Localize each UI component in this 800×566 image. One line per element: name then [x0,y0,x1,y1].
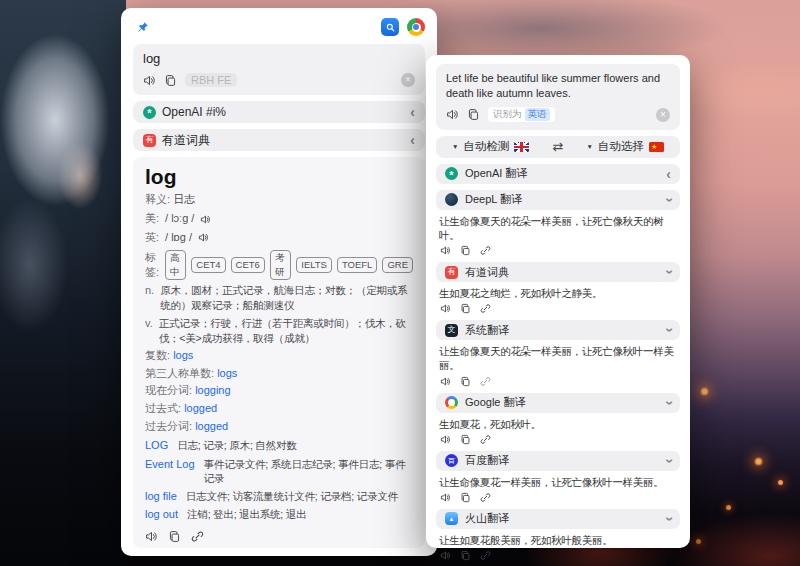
play-uk-audio-button[interactable] [198,232,209,243]
chevron-down-icon[interactable]: ‹ [662,270,676,275]
section-header-youdao[interactable]: 有 有道词典 ‹ [133,129,425,151]
chevron-left-icon[interactable]: ‹ [666,167,671,181]
copy-icon [460,550,471,561]
chevron-down-icon[interactable]: ‹ [662,328,676,333]
exam-tag: 高中 [165,250,186,280]
dictionary-window: log RBH FE × * OpenAI #i% ‹ 有 有道词典 ‹ [121,8,437,556]
us-label: 美: [145,211,159,227]
play-translation-audio-button[interactable] [440,550,451,561]
open-link-button[interactable] [480,434,491,445]
uk-phonetic-row: 英: / lɒg / [145,230,413,246]
copy-translation-button[interactable] [460,376,471,387]
play-translation-audio-button[interactable] [440,303,451,314]
to-language-button[interactable]: ▼ 自动选择 ★ [587,139,664,154]
deepl-icon [445,193,458,206]
translation-text: 让生如夏花般美丽，死如秋叶般美丽。 [439,533,677,547]
service-deepl: DeepL 翻译 ‹ 让生命像夏天的花朵一样美丽，让死亡像秋天的树叶。 [436,190,680,256]
play-result-audio-button[interactable] [145,530,158,543]
pin-button[interactable] [133,18,151,36]
section-header-openai[interactable]: * OpenAI #i% ‹ [133,101,425,123]
speaker-icon [440,492,451,503]
service-result: 让生命像夏花一样美丽，让死亡像秋叶一样美丽。 [436,471,680,503]
chevron-down-icon[interactable]: ‹ [662,458,676,463]
open-link-button[interactable] [480,376,491,387]
service-header[interactable]: ▲ 火山翻译 ‹ [436,509,680,529]
service-system: 文 系统翻译 ‹ 让生命像夏天的花朵一样美丽，让死亡像秋叶一样美丽。 [436,320,680,386]
play-translation-audio-button[interactable] [440,492,451,503]
play-query-audio-button[interactable] [143,74,156,87]
open-link-button[interactable] [480,303,491,314]
word-form-link[interactable]: logs [217,367,237,379]
play-translation-audio-button[interactable] [440,376,451,387]
copy-translation-button[interactable] [460,550,471,561]
paraphrase-row: 释义: 日志 [145,192,413,208]
copy-translation-button[interactable] [460,434,471,445]
service-actions [440,434,677,445]
desktop: log RBH FE × * OpenAI #i% ‹ 有 有道词典 ‹ [0,0,800,566]
play-source-audio-button[interactable] [446,108,459,121]
link-icon [480,376,491,387]
phrase-link[interactable]: Event Log [145,457,195,486]
service-google: Google 翻译 ‹ 生如夏花，死如秋叶。 [436,393,680,445]
service-header[interactable]: 文 系统翻译 ‹ [436,320,680,340]
word-form-label: 复数: [145,349,170,361]
copy-icon [460,492,471,503]
exam-tags-row: 标签: 高中 CET4 CET6 考研 IELTS TOEFL GRE [145,250,413,280]
link-icon [480,303,491,314]
open-link-button[interactable] [191,530,204,543]
search-icon [385,22,396,33]
service-openai: * OpenAI 翻译 ‹ [436,164,680,184]
volcano-icon: ▲ [445,512,458,525]
chrome-icon[interactable] [407,18,425,36]
chevron-left-icon[interactable]: ‹ [410,133,415,147]
word-form-label: 过去分词: [145,420,192,432]
speaker-icon [446,108,459,121]
swap-languages-button[interactable]: ⇄ [553,139,564,154]
open-link-button[interactable] [480,492,491,503]
service-header[interactable]: 百 百度翻译 ‹ [436,451,680,471]
flag-star: ★ [651,143,657,150]
youdao-icon: 有 [445,266,458,279]
copy-source-button[interactable] [467,108,480,121]
source-text-input[interactable]: Let life be beautiful like summer flower… [446,71,670,102]
clear-source-button[interactable]: × [656,108,670,122]
word-form-link[interactable]: logs [173,349,193,361]
uk-label: 英: [145,230,159,246]
word-form-link[interactable]: logged [184,402,217,414]
phrase-link[interactable]: log out [145,507,178,522]
service-header[interactable]: 有 有道词典 ‹ [436,262,680,282]
service-header[interactable]: * OpenAI 翻译 ‹ [436,164,680,184]
copy-translation-button[interactable] [460,245,471,256]
from-language-button[interactable]: ▼ 自动检测 [452,139,529,154]
word-form-link[interactable]: logging [195,384,230,396]
chevron-left-icon[interactable]: ‹ [410,105,415,119]
service-header[interactable]: DeepL 翻译 ‹ [436,190,680,210]
service-header[interactable]: Google 翻译 ‹ [436,393,680,413]
open-link-button[interactable] [480,245,491,256]
copy-translation-button[interactable] [460,303,471,314]
service-baidu: 百 百度翻译 ‹ 让生命像夏花一样美丽，让死亡像秋叶一样美丽。 [436,451,680,503]
query-input-card: log RBH FE × [133,44,425,95]
word-form-link[interactable]: logged [195,420,228,432]
easydict-app-button[interactable] [381,18,399,36]
play-translation-audio-button[interactable] [440,245,451,256]
detected-language-badge[interactable]: 识别为 英语 [488,107,555,122]
phrase-link[interactable]: log file [145,489,177,504]
clear-query-button[interactable]: × [401,73,415,87]
copy-translation-button[interactable] [460,492,471,503]
tags-label: 标签: [145,250,160,280]
open-link-button[interactable] [480,550,491,561]
chevron-down-icon[interactable]: ‹ [662,197,676,202]
exam-tag: CET6 [231,257,265,273]
exam-tag: IELTS [296,257,332,273]
chevron-down-icon[interactable]: ‹ [662,400,676,405]
phrase-definition: 日志文件; 访客流量统计文件; 记录档; 记录文件 [186,489,413,504]
play-us-audio-button[interactable] [200,214,211,225]
definition-verb: v. 正式记录；行驶，行进（若干距离或时间）；伐木，砍伐；<美>成功获得，取得（… [145,316,413,346]
phrase-link[interactable]: LOG [145,438,168,453]
chevron-down-icon[interactable]: ‹ [662,517,676,522]
query-input[interactable]: log [143,51,415,67]
copy-query-button[interactable] [164,74,177,87]
play-translation-audio-button[interactable] [440,434,451,445]
copy-result-button[interactable] [168,530,181,543]
